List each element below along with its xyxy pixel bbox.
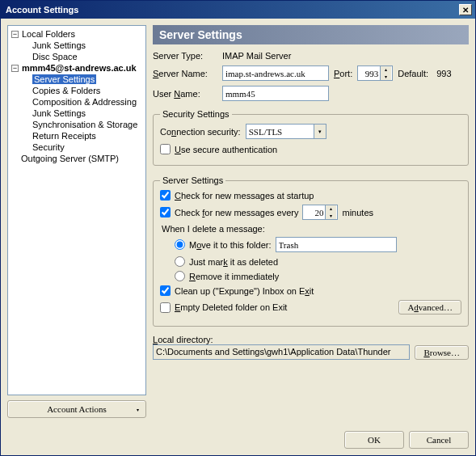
- interval-input[interactable]: [305, 207, 325, 218]
- use-secure-auth-checkbox[interactable]: [160, 144, 171, 154]
- close-icon[interactable]: ✕: [459, 4, 472, 15]
- browse-button[interactable]: Browse…: [415, 345, 469, 360]
- when-delete-label: When I delete a message:: [162, 224, 461, 234]
- titlebar: Account Settings ✕: [1, 1, 475, 19]
- spin-down-icon[interactable]: ▾: [381, 74, 391, 81]
- window-title: Account Settings: [6, 5, 78, 15]
- mark-deleted-label: Just mark it as deleted: [189, 257, 278, 267]
- tree-item-composition[interactable]: Composition & Addressing: [10, 96, 144, 108]
- spin-up-icon[interactable]: ▴: [381, 66, 391, 74]
- server-settings-group: Server Settings Check for new messages a…: [153, 175, 469, 327]
- empty-deleted-label: Empty Deleted folder on Exit: [175, 302, 287, 312]
- local-directory-field[interactable]: C:\Documents and Settings\gwh1\Applicati…: [153, 344, 410, 360]
- check-every-label-pre: Check for new messages every: [175, 208, 298, 217]
- cancel-button[interactable]: Cancel: [409, 431, 469, 449]
- panel-heading: Server Settings: [153, 25, 469, 44]
- spin-down-icon[interactable]: ▾: [326, 213, 336, 220]
- interval-stepper[interactable]: ▴▾: [302, 205, 338, 220]
- user-name-input[interactable]: [222, 86, 329, 101]
- mark-deleted-radio[interactable]: [175, 256, 185, 267]
- tree-item-junk-settings[interactable]: Junk Settings: [10, 40, 144, 51]
- user-name-label: User Name:: [153, 89, 217, 99]
- move-to-folder-label: Move it to this folder:: [189, 240, 272, 250]
- collapse-icon[interactable]: −: [11, 65, 19, 72]
- tree-item-security[interactable]: Security: [10, 141, 144, 153]
- use-secure-auth-label: Use secure authentication: [175, 145, 277, 154]
- default-value: 993: [436, 69, 451, 78]
- connection-security-label: Connection security:: [160, 127, 241, 137]
- empty-deleted-checkbox[interactable]: [160, 302, 171, 313]
- account-settings-window: Account Settings ✕ − Local Folders Junk …: [0, 0, 476, 456]
- tree-item-outgoing-server[interactable]: Outgoing Server (SMTP): [10, 153, 144, 164]
- server-legend: Server Settings: [160, 175, 225, 185]
- remove-immediately-label: Remove it immediately: [189, 272, 279, 281]
- tree-item-return-receipts[interactable]: Return Receipts: [10, 130, 144, 141]
- tree-item-sync-storage[interactable]: Synchronisation & Storage: [10, 119, 144, 130]
- port-label: Port:: [334, 69, 352, 78]
- account-actions-button[interactable]: Account Actions ▾: [7, 400, 146, 418]
- trash-folder-input[interactable]: [276, 237, 397, 252]
- collapse-icon[interactable]: −: [11, 31, 19, 38]
- check-every-label-post: minutes: [342, 208, 373, 217]
- dropdown-icon: ▾: [137, 407, 139, 412]
- local-directory-label: Local directory:: [153, 335, 469, 344]
- check-every-checkbox[interactable]: [160, 207, 171, 217]
- tree-item-copies-folders[interactable]: Copies & Folders: [10, 85, 144, 96]
- spin-up-icon[interactable]: ▴: [326, 205, 336, 213]
- security-settings-group: Security Settings Connection security: S…: [153, 109, 469, 166]
- cleanup-checkbox[interactable]: [160, 285, 171, 296]
- tree-account-mmm45[interactable]: − mmm45@st-andrews.ac.uk: [10, 62, 144, 74]
- tree-item-junk-settings-2[interactable]: Junk Settings: [10, 108, 144, 119]
- server-name-label: Server Name:: [153, 69, 217, 78]
- check-startup-checkbox[interactable]: [160, 190, 171, 201]
- advanced-button[interactable]: Advanced…: [398, 300, 461, 315]
- cleanup-label: Clean up ("Expunge") Inbox on Exit: [175, 286, 314, 296]
- default-label: Default:: [398, 69, 428, 78]
- tree-item-server-settings[interactable]: Server Settings: [10, 74, 144, 85]
- server-type-label: Server Type:: [153, 51, 217, 61]
- chevron-down-icon[interactable]: ▾: [314, 125, 326, 138]
- port-input[interactable]: [360, 68, 380, 79]
- ok-button[interactable]: OK: [344, 431, 404, 449]
- server-name-input[interactable]: [222, 65, 329, 81]
- check-startup-label: Check for new messages at startup: [175, 191, 314, 201]
- tree-item-disc-space[interactable]: Disc Space: [10, 51, 144, 62]
- move-to-folder-radio[interactable]: [175, 239, 185, 250]
- dialog-footer: OK Cancel: [1, 424, 475, 455]
- security-legend: Security Settings: [160, 109, 232, 119]
- accounts-tree[interactable]: − Local Folders Junk Settings Disc Space…: [7, 25, 146, 395]
- remove-immediately-radio[interactable]: [175, 271, 185, 281]
- connection-security-select[interactable]: SSL/TLS ▾: [246, 124, 326, 139]
- tree-account-local-folders[interactable]: − Local Folders: [10, 28, 144, 40]
- port-stepper[interactable]: ▴▾: [357, 65, 393, 81]
- server-type-value: IMAP Mail Server: [222, 51, 291, 61]
